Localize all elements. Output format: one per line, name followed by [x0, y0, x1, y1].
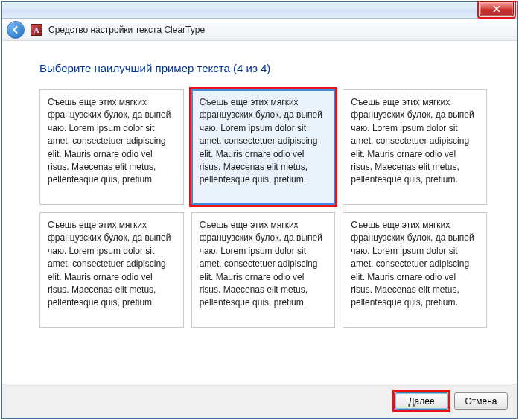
navbar: A Средство настройки текста ClearType: [2, 19, 517, 41]
app-icon-letter: A: [34, 25, 39, 34]
sample-wrap: Съешь еще этих мягких французских булок,…: [39, 89, 184, 205]
wizard-window: A Средство настройки текста ClearType Вы…: [1, 1, 518, 419]
app-icon: A: [31, 24, 42, 36]
text-sample-5[interactable]: Съешь еще этих мягких французских булок,…: [191, 212, 336, 328]
sample-wrap: Съешь еще этих мягких французских булок,…: [191, 89, 336, 205]
text-sample-1[interactable]: Съешь еще этих мягких французских булок,…: [39, 89, 184, 205]
footer: Далее Отмена: [2, 384, 517, 418]
page-heading: Выберите наилучший пример текста (4 из 4…: [39, 62, 487, 74]
text-sample-3[interactable]: Съешь еще этих мягких французских булок,…: [343, 89, 487, 205]
text-sample-2[interactable]: Съешь еще этих мягких французских булок,…: [191, 89, 336, 205]
cancel-button[interactable]: Отмена: [454, 392, 508, 410]
text-sample-6[interactable]: Съешь еще этих мягких французских булок,…: [343, 212, 487, 328]
content-area: Выберите наилучший пример текста (4 из 4…: [2, 41, 517, 384]
sample-wrap: Съешь еще этих мягких французских булок,…: [191, 212, 336, 328]
sample-wrap: Съешь еще этих мягких французских булок,…: [343, 89, 487, 205]
close-icon: [493, 5, 500, 13]
button-wrap: Далее: [395, 392, 448, 410]
sample-grid: Съешь еще этих мягких французских булок,…: [39, 89, 487, 328]
text-sample-4[interactable]: Съешь еще этих мягких французских булок,…: [39, 212, 184, 328]
sample-wrap: Съешь еще этих мягких французских булок,…: [39, 212, 184, 328]
arrow-left-icon: [11, 25, 20, 34]
back-button[interactable]: [7, 21, 25, 39]
close-button[interactable]: [480, 1, 514, 16]
titlebar: [2, 2, 517, 19]
window-title: Средство настройки текста ClearType: [48, 25, 205, 35]
next-button[interactable]: Далее: [395, 392, 448, 410]
sample-wrap: Съешь еще этих мягких французских булок,…: [343, 212, 487, 328]
